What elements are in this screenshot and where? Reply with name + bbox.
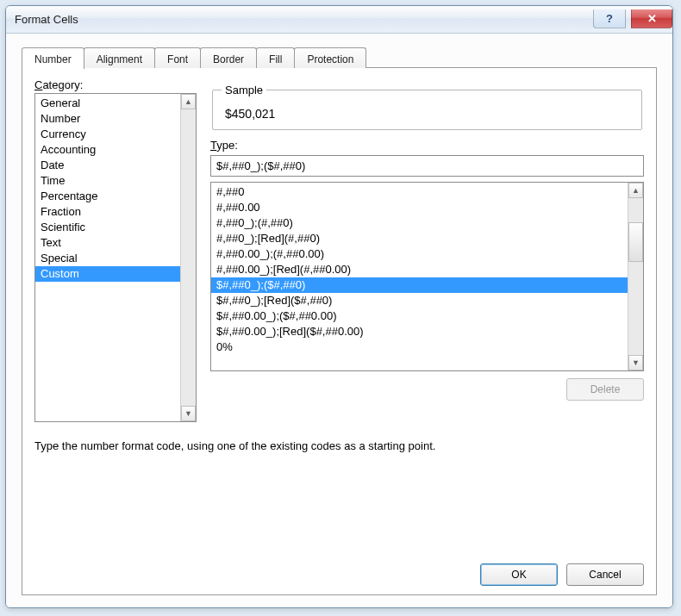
- format-item[interactable]: #,##0: [211, 184, 628, 200]
- scroll-thumb[interactable]: [628, 222, 643, 262]
- tab-label: Alignment: [97, 53, 142, 65]
- scroll-up-icon[interactable]: ▲: [628, 183, 643, 198]
- sample-legend: Sample: [222, 84, 266, 96]
- titlebar: Format Cells ? ✕: [6, 6, 672, 34]
- ok-button[interactable]: OK: [480, 563, 558, 586]
- category-scrollbar[interactable]: ▲ ▼: [180, 94, 196, 421]
- client-area: Number Alignment Font Border Fill Protec…: [6, 34, 672, 607]
- format-item[interactable]: $#,##0_);[Red]($#,##0): [211, 293, 628, 308]
- tab-fill[interactable]: Fill: [256, 47, 295, 68]
- tab-label: Font: [167, 53, 188, 65]
- format-item[interactable]: $#,##0_);($#,##0): [211, 277, 628, 293]
- tab-border[interactable]: Border: [200, 47, 257, 68]
- format-item[interactable]: #,##0_);[Red](#,##0): [211, 231, 628, 246]
- tab-page-number: Category: GeneralNumberCurrencyAccountin…: [22, 67, 657, 595]
- category-item[interactable]: Percentage: [35, 189, 180, 204]
- sample-value: $450,021: [222, 102, 633, 121]
- type-label: Type:: [210, 139, 644, 152]
- category-item[interactable]: Special: [35, 251, 180, 266]
- cancel-button[interactable]: Cancel: [566, 563, 644, 586]
- format-item[interactable]: #,##0.00_);[Red](#,##0.00): [211, 262, 628, 277]
- format-item[interactable]: $#,##0.00_);($#,##0.00): [211, 308, 628, 324]
- tab-label: Border: [213, 53, 244, 65]
- help-button[interactable]: ?: [593, 9, 626, 28]
- window-title: Format Cells: [15, 13, 593, 26]
- category-item[interactable]: Scientific: [35, 220, 180, 235]
- category-item[interactable]: Text: [35, 235, 180, 251]
- format-item[interactable]: $#,##0.00_);[Red]($#,##0.00): [211, 324, 628, 339]
- category-listbox[interactable]: GeneralNumberCurrencyAccountingDateTimeP…: [34, 93, 197, 422]
- tab-alignment[interactable]: Alignment: [84, 47, 155, 68]
- format-listbox[interactable]: #,##0#,##0.00#,##0_);(#,##0)#,##0_);[Red…: [210, 182, 644, 371]
- tab-number[interactable]: Number: [22, 47, 84, 69]
- delete-button: Delete: [566, 378, 644, 401]
- close-button[interactable]: ✕: [631, 9, 672, 28]
- category-item[interactable]: Time: [35, 173, 180, 189]
- tab-font[interactable]: Font: [154, 47, 201, 68]
- format-item[interactable]: #,##0.00: [211, 200, 628, 215]
- category-item[interactable]: Accounting: [35, 142, 180, 158]
- sample-group: Sample $450,021: [212, 84, 642, 130]
- format-scrollbar[interactable]: ▲ ▼: [628, 183, 643, 370]
- scroll-up-icon[interactable]: ▲: [181, 94, 196, 109]
- scroll-down-icon[interactable]: ▼: [628, 355, 643, 370]
- tab-protection[interactable]: Protection: [294, 47, 366, 68]
- tab-label: Protection: [307, 53, 353, 65]
- category-item[interactable]: Fraction: [35, 204, 180, 220]
- category-label: Category:: [34, 78, 197, 91]
- tab-label: Number: [34, 53, 72, 65]
- format-item[interactable]: #,##0.00_);(#,##0.00): [211, 246, 628, 262]
- category-item[interactable]: General: [35, 96, 180, 111]
- category-item[interactable]: Date: [35, 158, 180, 173]
- tabstrip: Number Alignment Font Border Fill Protec…: [22, 47, 657, 68]
- format-cells-dialog: Format Cells ? ✕ Number Alignment Font B…: [5, 5, 673, 608]
- type-input[interactable]: [210, 155, 644, 177]
- category-item[interactable]: Custom: [35, 266, 180, 282]
- help-icon: ?: [606, 12, 613, 25]
- dialog-footer: OK Cancel: [34, 551, 644, 586]
- tab-label: Fill: [269, 53, 282, 65]
- category-item[interactable]: Currency: [35, 127, 180, 142]
- close-icon: ✕: [647, 12, 657, 25]
- format-item[interactable]: #,##0_);(#,##0): [211, 215, 628, 231]
- category-item[interactable]: Number: [35, 111, 180, 127]
- format-item[interactable]: 0%: [211, 339, 628, 355]
- help-text: Type the number format code, using one o…: [34, 439, 644, 452]
- scroll-down-icon[interactable]: ▼: [181, 406, 196, 421]
